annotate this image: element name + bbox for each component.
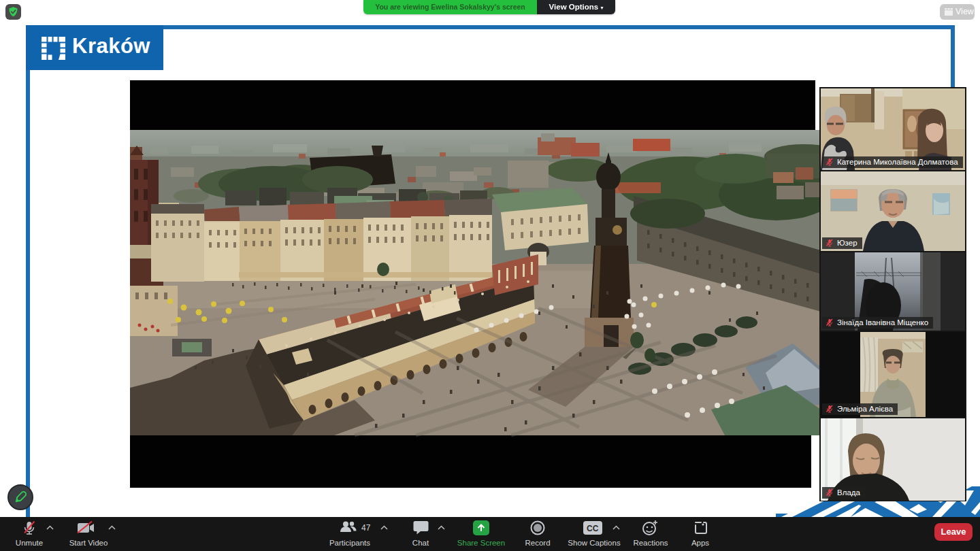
svg-text:Chat: Chat <box>412 539 429 547</box>
svg-text:Start Video: Start Video <box>69 539 108 547</box>
svg-text:Show Captions: Show Captions <box>568 539 621 547</box>
svg-text:Participants: Participants <box>329 539 370 547</box>
svg-text:Unmute: Unmute <box>16 539 43 547</box>
svg-text:Record: Record <box>525 539 550 547</box>
svg-text:47: 47 <box>361 523 371 533</box>
svg-text:CC: CC <box>587 524 599 533</box>
svg-text:Reactions: Reactions <box>633 539 668 547</box>
svg-text:Apps: Apps <box>691 539 709 547</box>
svg-text:Share Screen: Share Screen <box>457 539 505 547</box>
